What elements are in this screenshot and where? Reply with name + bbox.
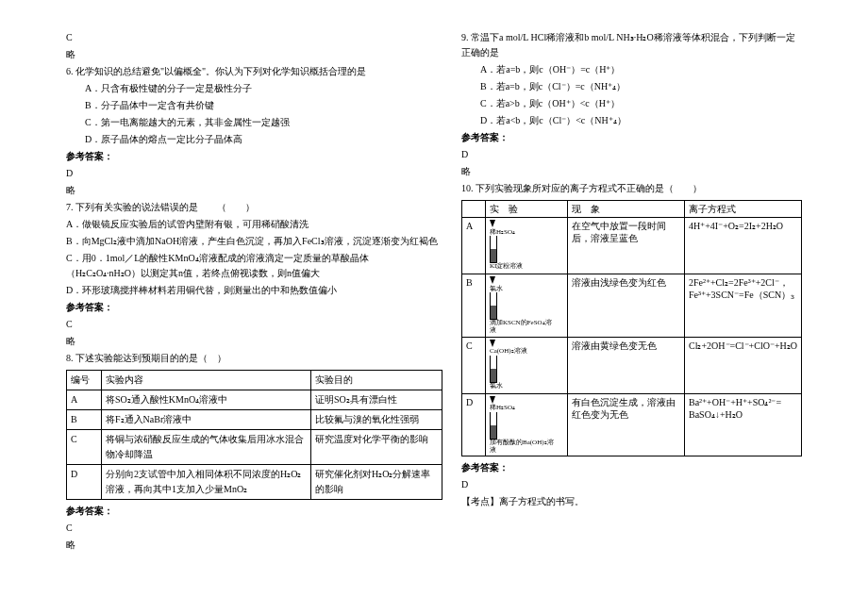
q6-answer-key-label: 参考答案： bbox=[66, 149, 442, 164]
q10-th1 bbox=[462, 201, 486, 218]
table-row: B 将F₂通入NaBr溶液中 比较氟与溴的氧化性强弱 bbox=[67, 410, 442, 430]
q6-opt-a: A．只含有极性键的分子一定是极性分子 bbox=[66, 81, 442, 96]
q8-th1: 编号 bbox=[67, 371, 102, 390]
q9-opt-c: C．若a>b，则c（OH⁺）<c（H⁺） bbox=[461, 96, 802, 111]
q6-omit: 略 bbox=[66, 183, 442, 198]
q10-th2: 实 验 bbox=[486, 201, 568, 218]
reagent-label: KI淀粉溶液 bbox=[490, 263, 556, 271]
q10-th4: 离子方程式 bbox=[684, 201, 801, 218]
q8-omit: 略 bbox=[66, 538, 442, 553]
q8-table: 编号 实验内容 实验目的 A 将SO₂通入酸性KMnO₄溶液中 证明SO₂具有漂… bbox=[66, 370, 442, 500]
q8-d3: 研究催化剂对H₂O₂分解速率的影响 bbox=[311, 465, 442, 500]
q10-b2: 氯水 滴加KSCN的FeSO₄溶液 bbox=[486, 274, 568, 338]
q7-answer-key-label: 参考答案： bbox=[66, 300, 442, 315]
q10-answer: D bbox=[461, 477, 802, 492]
reagent-label: 加有酚酞的Ba(OH)₂溶液 bbox=[490, 440, 556, 454]
q10-a1: A bbox=[462, 218, 486, 274]
table-row: A 将SO₂通入酸性KMnO₄溶液中 证明SO₂具有漂白性 bbox=[67, 390, 442, 410]
q10-c3: 溶液由黄绿色变无色 bbox=[568, 337, 685, 393]
reagent-label: 稀H₂SO₄ bbox=[490, 229, 556, 237]
q10-a2: 稀H₂SO₄ KI淀粉溶液 bbox=[486, 218, 568, 274]
test-tube-icon: 稀H₂SO₄ KI淀粉溶液 bbox=[490, 220, 556, 271]
table-row: 编号 实验内容 实验目的 bbox=[67, 371, 442, 390]
q10-c2: Ca(OH)₂溶液 氯水 bbox=[486, 337, 568, 393]
q7-opt-c: C．用0．1mol／L的酸性KMnO₄溶液配成的溶液滴定一定质量的草酸晶体（H₂… bbox=[66, 251, 442, 281]
q6-opt-d: D．原子晶体的熔点一定比分子晶体高 bbox=[66, 132, 442, 147]
q10-c1: C bbox=[462, 337, 486, 393]
q8-c2: 将铜与浓硝酸反应生成的气体收集后用冰水混合物冷却降温 bbox=[102, 430, 311, 465]
q10-d4: Ba²⁺+OH⁻+H⁺+SO₄²⁻= BaSO₄↓+H₂O bbox=[684, 393, 801, 456]
q8-answer: C bbox=[66, 521, 442, 536]
q9-opt-a: A．若a=b，则c（OH⁻）=c（H⁺） bbox=[461, 62, 802, 77]
q8-c3: 研究温度对化学平衡的影响 bbox=[311, 430, 442, 465]
q10-b4: 2Fe²⁺+Cl₂=2Fe³⁺+2Cl⁻，Fe³⁺+3SCN⁻=Fe（SCN）₃ bbox=[684, 274, 801, 338]
table-row: D 稀H₂SO₄ 加有酚酞的Ba(OH)₂溶液 有白色沉淀生成，溶液由红色变为无… bbox=[462, 393, 802, 456]
q10-stem: 10. 下列实验现象所对应的离子方程式不正确的是（ ） bbox=[461, 181, 802, 196]
q9-opt-d: D．若a<b，则c（Cl⁻）<c（NH⁺₄） bbox=[461, 113, 802, 128]
q8-a1: A bbox=[67, 390, 102, 410]
q10-b1: B bbox=[462, 274, 486, 338]
table-row: C Ca(OH)₂溶液 氯水 溶液由黄绿色变无色 Cl₂+2OH⁻=Cl⁻+Cl… bbox=[462, 337, 802, 393]
q8-stem: 8. 下述实验能达到预期目的的是（ ） bbox=[66, 351, 442, 366]
q8-b3: 比较氟与溴的氧化性强弱 bbox=[311, 410, 442, 430]
q10-a4: 4H⁺+4I⁻+O₂=2I₂+2H₂O bbox=[684, 218, 801, 274]
test-tube-icon: 氯水 滴加KSCN的FeSO₄溶液 bbox=[490, 276, 556, 335]
test-tube-icon: 稀H₂SO₄ 加有酚酞的Ba(OH)₂溶液 bbox=[490, 396, 556, 455]
table-row: D 分别向2支试管中加入相同体积不同浓度的H₂O₂溶液，再向其中1支加入少量Mn… bbox=[67, 465, 442, 500]
q10-d2: 稀H₂SO₄ 加有酚酞的Ba(OH)₂溶液 bbox=[486, 393, 568, 456]
q10-d3: 有白色沉淀生成，溶液由红色变为无色 bbox=[568, 393, 685, 456]
q10-a3: 在空气中放置一段时间后，溶液呈蓝色 bbox=[568, 218, 685, 274]
q9-answer-key-label: 参考答案： bbox=[461, 130, 802, 145]
q9-answer: D bbox=[461, 147, 802, 162]
q6-answer: D bbox=[66, 166, 442, 181]
q8-answer-key-label: 参考答案： bbox=[66, 504, 442, 519]
right-column: 9. 常温下a mol/L HCl稀溶液和b mol/L NH₃·H₂O稀溶液等… bbox=[461, 28, 802, 555]
reagent-label: 氯水 bbox=[490, 383, 556, 390]
left-column: C 略 6. 化学知识的总结避免"以偏概全"。你认为下列对化学知识概括合理的是 … bbox=[66, 28, 442, 555]
reagent-label: 氯水 bbox=[490, 286, 556, 293]
q10-answer-key-label: 参考答案： bbox=[461, 460, 802, 475]
table-row: 实 验 现 象 离子方程式 bbox=[462, 201, 802, 218]
test-tube-icon: Ca(OH)₂溶液 氯水 bbox=[490, 340, 556, 390]
q10-th3: 现 象 bbox=[568, 201, 685, 218]
q7-opt-d: D．环形玻璃搅拌棒材料若用铜代替，则测量出的中和热数值偏小 bbox=[66, 283, 442, 298]
q8-b2: 将F₂通入NaBr溶液中 bbox=[102, 410, 311, 430]
q8-th2: 实验内容 bbox=[102, 371, 311, 390]
table-row: A 稀H₂SO₄ KI淀粉溶液 在空气中放置一段时间后，溶液呈蓝色 4H⁺+4I… bbox=[462, 218, 802, 274]
q8-d1: D bbox=[67, 465, 102, 500]
q7-answer: C bbox=[66, 317, 442, 332]
table-row: C 将铜与浓硝酸反应生成的气体收集后用冰水混合物冷却降温 研究温度对化学平衡的影… bbox=[67, 430, 442, 465]
q7-stem: 7. 下列有关实验的说法错误的是 （ ） bbox=[66, 200, 442, 215]
reagent-label: Ca(OH)₂溶液 bbox=[490, 348, 556, 356]
prev-answer-letter: C bbox=[66, 30, 442, 45]
q8-a3: 证明SO₂具有漂白性 bbox=[311, 390, 442, 410]
q10-c4: Cl₂+2OH⁻=Cl⁻+ClO⁻+H₂O bbox=[684, 337, 801, 393]
q10-d1: D bbox=[462, 393, 486, 456]
reagent-label: 稀H₂SO₄ bbox=[490, 405, 556, 412]
q6-stem: 6. 化学知识的总结避免"以偏概全"。你认为下列对化学知识概括合理的是 bbox=[66, 64, 442, 79]
q10-note: 【考点】离子方程式的书写。 bbox=[461, 494, 802, 509]
table-row: B 氯水 滴加KSCN的FeSO₄溶液 溶液由浅绿色变为红色 2Fe²⁺+Cl₂… bbox=[462, 274, 802, 338]
q7-opt-b: B．向MgCl₂液中滴加NaOH溶液，产生白色沉淀，再加入FeCl₃溶液，沉淀逐… bbox=[66, 234, 442, 249]
q9-omit: 略 bbox=[461, 164, 802, 179]
prev-answer-omit: 略 bbox=[66, 47, 442, 62]
q7-omit: 略 bbox=[66, 334, 442, 349]
q8-th3: 实验目的 bbox=[311, 371, 442, 390]
q10-b3: 溶液由浅绿色变为红色 bbox=[568, 274, 685, 338]
reagent-label: 滴加KSCN的FeSO₄溶液 bbox=[490, 320, 556, 334]
q10-table: 实 验 现 象 离子方程式 A 稀H₂SO₄ KI淀粉溶液 在空气中放置一段时间… bbox=[461, 200, 802, 456]
q8-b1: B bbox=[67, 410, 102, 430]
q8-d2: 分别向2支试管中加入相同体积不同浓度的H₂O₂溶液，再向其中1支加入少量MnO₂ bbox=[102, 465, 311, 500]
q9-opt-b: B．若a=b，则c（Cl⁻）=c（NH⁺₄） bbox=[461, 79, 802, 94]
q8-a2: 将SO₂通入酸性KMnO₄溶液中 bbox=[102, 390, 311, 410]
q6-opt-b: B．分子晶体中一定含有共价键 bbox=[66, 98, 442, 113]
q9-stem: 9. 常温下a mol/L HCl稀溶液和b mol/L NH₃·H₂O稀溶液等… bbox=[461, 30, 802, 60]
q7-opt-a: A．做银镜反应实验后的试管内壁附有银，可用稀硝酸清洗 bbox=[66, 217, 442, 232]
q8-c1: C bbox=[67, 430, 102, 465]
q6-opt-c: C．第一电离能越大的元素，其非金属性一定越强 bbox=[66, 115, 442, 130]
